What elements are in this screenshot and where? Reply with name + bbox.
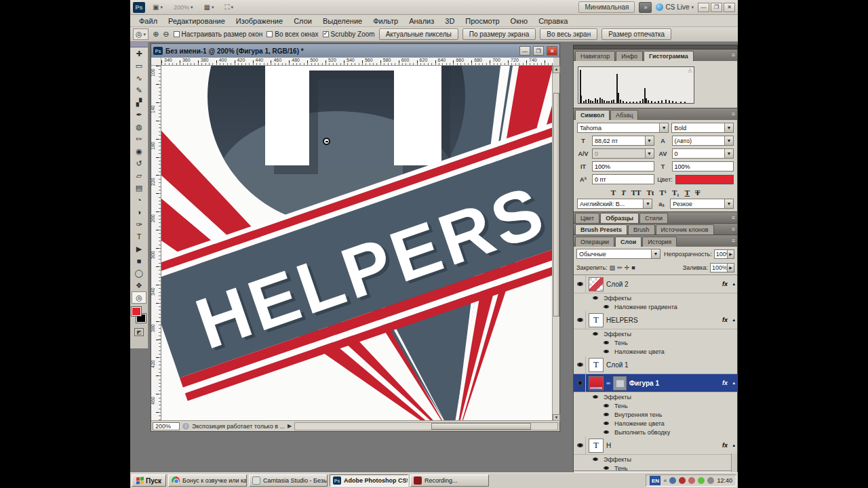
style-toggle-button[interactable]: T — [695, 188, 700, 197]
panel-tab[interactable]: Абзац — [610, 110, 638, 120]
visibility-toggle[interactable] — [575, 436, 586, 454]
arrange-documents-icon[interactable]: ▣▾ — [149, 2, 166, 12]
taskbar-button[interactable]: Бонус к озвучке или ка... — [168, 474, 247, 487]
text-color-swatch[interactable] — [675, 175, 734, 184]
effects-header-row[interactable]: Эффекты — [574, 392, 737, 401]
collapse-effects-icon[interactable]: ▴ — [732, 380, 735, 386]
layer-thumbnail[interactable] — [589, 277, 604, 291]
workspace-expand-button[interactable]: » — [639, 2, 652, 13]
tray-chevron-icon[interactable]: « — [663, 477, 667, 484]
menu-item[interactable]: Изображение — [231, 16, 288, 26]
visibility-toggle[interactable] — [601, 302, 612, 311]
panel-tab[interactable]: Слои — [615, 237, 642, 247]
layer-row[interactable]: THfx▴ — [574, 436, 737, 455]
options-button[interactable]: По размеру экрана — [462, 28, 536, 40]
layer-row[interactable]: TСлой 1 — [574, 356, 737, 374]
lock-position-icon[interactable]: ✛ — [625, 264, 630, 271]
option-checkbox[interactable]: Во всех окнах — [267, 30, 318, 38]
vertical-scroll-thumb[interactable] — [553, 93, 559, 317]
doc-minimize-button[interactable]: — — [519, 46, 530, 56]
layer-name[interactable]: Фигура 1 — [629, 380, 737, 387]
panel-tab[interactable]: Brush — [628, 224, 655, 235]
horizontal-ruler[interactable]: 3403603804004204404604805005205405605806… — [161, 58, 553, 66]
language-select[interactable]: Английский: В...▼ — [577, 199, 652, 209]
minimize-button[interactable]: — — [698, 3, 709, 12]
opacity-field[interactable]: 100%▶ — [714, 249, 734, 259]
tool-button[interactable]: ✚ — [132, 47, 146, 60]
visibility-toggle[interactable] — [601, 401, 612, 410]
options-button[interactable]: Размер отпечатка — [601, 28, 671, 40]
style-toggle-button[interactable]: T — [685, 188, 690, 197]
doc-close-button[interactable]: ✕ — [547, 46, 557, 56]
layer-name[interactable]: Слой 2 — [606, 281, 737, 288]
language-indicator[interactable]: EN — [650, 476, 660, 485]
lock-transparency-icon[interactable]: ▨ — [610, 264, 616, 271]
horizontal-scrollbar[interactable] — [294, 422, 558, 430]
style-toggle-button[interactable]: TT — [631, 188, 642, 197]
taskbar-button[interactable]: Ps Adobe Photoshop CS5... — [330, 474, 408, 487]
tool-button[interactable]: ❖ — [132, 279, 146, 291]
effect-row[interactable]: Наложение градиента — [574, 302, 737, 311]
tool-button[interactable]: ∿ — [132, 72, 146, 84]
dock-header[interactable] — [573, 45, 738, 49]
horizontal-scale-field[interactable]: 100% — [672, 161, 734, 171]
taskbar-button[interactable]: Recording... — [410, 474, 489, 487]
effect-row[interactable]: Тень — [574, 401, 737, 410]
volume-icon[interactable] — [707, 477, 714, 484]
foreground-color-swatch[interactable] — [132, 307, 141, 316]
lock-paint-icon[interactable]: ✏ — [617, 264, 623, 271]
visibility-toggle[interactable] — [601, 338, 612, 347]
menu-item[interactable]: Фильтр — [368, 16, 403, 26]
tool-button[interactable]: ■ — [132, 255, 146, 267]
panel-tab[interactable]: Инфо — [616, 51, 643, 61]
visibility-toggle[interactable] — [601, 410, 612, 419]
option-checkbox[interactable]: Настраивать размер окон — [174, 30, 263, 38]
tool-button[interactable]: ↺ — [132, 157, 146, 169]
panel-menu-icon[interactable]: ≡ — [732, 52, 735, 58]
layer-effects-icon[interactable]: fx — [722, 317, 728, 323]
horizontal-scroll-thumb[interactable] — [431, 423, 531, 430]
layer-name[interactable]: H — [606, 442, 737, 449]
vector-mask-thumbnail[interactable] — [613, 376, 627, 390]
menu-item[interactable]: 3D — [440, 16, 459, 26]
tool-button[interactable]: ✎ — [132, 84, 146, 96]
collapse-effects-icon[interactable]: ▴ — [732, 281, 735, 287]
tool-button[interactable]: ◑ — [132, 206, 146, 218]
menu-item[interactable]: Анализ — [404, 16, 439, 26]
visibility-toggle[interactable] — [601, 347, 612, 356]
panel-tab[interactable]: Навигатор — [575, 51, 615, 61]
layer-name[interactable]: Слой 1 — [606, 361, 737, 369]
tool-button[interactable]: ▤ — [132, 182, 146, 194]
current-tool-badge[interactable]: ◎ ▾ — [133, 28, 149, 40]
visibility-toggle[interactable] — [575, 311, 586, 329]
restore-button[interactable]: ❐ — [711, 3, 722, 12]
canvas[interactable]: HELPERS HELPERS — [161, 66, 553, 422]
tool-button[interactable]: ✏ — [132, 133, 146, 145]
visibility-toggle[interactable] — [590, 293, 601, 302]
view-extras-icon[interactable]: ▦▾ — [201, 2, 218, 12]
close-button[interactable]: ✕ — [724, 3, 735, 12]
panel-tab[interactable]: Образцы — [600, 213, 639, 223]
cs-live-menu[interactable]: CS Live ▾ — [656, 3, 694, 11]
panel-tab[interactable]: Brush Presets — [575, 224, 627, 235]
style-toggle-button[interactable]: T — [611, 188, 616, 197]
tool-button[interactable]: ▶ — [132, 243, 146, 255]
visibility-toggle[interactable] — [601, 464, 612, 470]
visibility-toggle[interactable] — [590, 392, 601, 401]
effect-row[interactable]: Выполнить обводку — [574, 428, 737, 436]
panel-menu-icon[interactable]: ≡ — [732, 214, 735, 221]
layer-effects-icon[interactable]: fx — [722, 281, 728, 287]
effect-row[interactable]: Наложение цвета — [574, 419, 737, 428]
network-icon[interactable] — [669, 477, 676, 484]
collapse-effects-icon[interactable]: ▴ — [732, 443, 735, 448]
layer-thumbnail[interactable]: T — [589, 439, 604, 453]
options-button[interactable]: Во весь экран — [540, 28, 597, 40]
font-size-field[interactable]: 88,62 пт▼ — [592, 136, 654, 146]
menu-item[interactable]: Окно — [506, 16, 533, 26]
kerning-field[interactable]: 0▼ — [592, 148, 654, 159]
tool-button[interactable]: ▭ — [132, 60, 146, 72]
visibility-toggle[interactable] — [601, 428, 612, 436]
screen-mode-icon[interactable]: ⛶▾ — [221, 2, 237, 13]
visibility-toggle[interactable] — [575, 275, 586, 293]
layer-thumbnail[interactable]: T — [589, 358, 604, 372]
